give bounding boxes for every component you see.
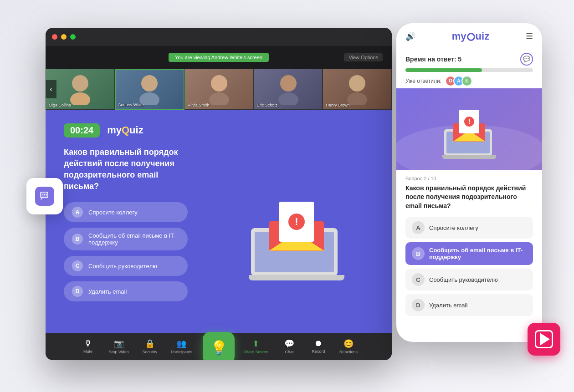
toolbar-security[interactable]: 🔒 Security bbox=[136, 336, 164, 357]
maximize-dot[interactable] bbox=[70, 34, 76, 40]
phone-answer-c-text: Сообщить руководителю bbox=[429, 276, 498, 283]
answer-c-text: Сообщить руководителю bbox=[88, 263, 157, 270]
phone-answer-a-text: Спросите коллегу bbox=[429, 224, 478, 231]
security-icon: 🔒 bbox=[145, 339, 155, 349]
zoom-titlebar bbox=[46, 28, 392, 46]
participant-henry: Henry Brown bbox=[323, 69, 392, 110]
mute-label: Mute bbox=[83, 349, 92, 354]
phone-answer-c[interactable]: C Сообщить руководителю bbox=[405, 269, 533, 290]
play-icon bbox=[540, 333, 550, 346]
hamburger-icon[interactable]: ☰ bbox=[526, 31, 533, 41]
svg-point-12 bbox=[44, 194, 45, 195]
quiz-timer: 00:24 bbox=[64, 123, 100, 137]
record-icon: ⏺ bbox=[314, 339, 323, 348]
participant-name-alivia: Alivia Smith bbox=[188, 103, 209, 107]
participant-name-henry: Henry Brown bbox=[326, 103, 349, 107]
toolbar-share-screen[interactable]: ⬆ Share Screen bbox=[238, 336, 274, 357]
lightbulb-button[interactable]: 💡 bbox=[203, 332, 235, 360]
record-label: Record bbox=[312, 349, 325, 354]
small-email-illustration: ! bbox=[437, 100, 501, 159]
svg-point-2 bbox=[141, 75, 158, 92]
play-icon-border bbox=[535, 330, 553, 348]
answer-c-letter: C bbox=[72, 260, 83, 271]
zoom-window: You are viewing Andrew White's screen Vi… bbox=[46, 28, 392, 360]
toolbar-chat[interactable]: 💬 Chat bbox=[276, 336, 303, 357]
answer-a[interactable]: A Спросите коллегу bbox=[64, 202, 188, 222]
avatar-3: E bbox=[461, 76, 472, 87]
participant-name-olga: Olga Collins bbox=[49, 103, 71, 107]
quiz-brand-zoom: myQuiz bbox=[107, 124, 143, 136]
volume-icon: 🔊 bbox=[405, 31, 415, 41]
phone-timer-text: Время на ответ: 5 bbox=[405, 56, 461, 63]
lightbulb-icon: 💡 bbox=[210, 340, 227, 356]
chat-icon: 💬 bbox=[284, 339, 294, 349]
phone-question-area: Вопрос 2 / 10 Каков правильный порядок д… bbox=[396, 170, 542, 342]
answer-b[interactable]: B Сообщить об email письме в IT-поддержк… bbox=[64, 228, 188, 250]
svg-point-11 bbox=[42, 194, 43, 195]
security-label: Security bbox=[143, 350, 158, 354]
phone-timer-row: Время на ответ: 5 💬 bbox=[396, 48, 542, 68]
toolbar-participants[interactable]: 👥 Participants bbox=[165, 336, 198, 357]
share-screen-icon: ⬆ bbox=[252, 339, 259, 349]
share-screen-label: Share Screen bbox=[243, 350, 268, 354]
toolbar-mute[interactable]: 🎙 Mute bbox=[74, 336, 102, 356]
quiz-illustration: ! bbox=[201, 110, 392, 333]
toolbar-record[interactable]: ⏺ Record bbox=[305, 336, 332, 356]
answered-label: Уже ответили: bbox=[405, 78, 441, 84]
phone-header: 🔊 myuiz ☰ bbox=[396, 23, 542, 48]
toolbar-stop-video[interactable]: 📷 Stop Video bbox=[103, 336, 134, 357]
answer-d-letter: D bbox=[72, 286, 83, 297]
chat-bubble-float[interactable] bbox=[26, 178, 63, 214]
zoom-toolbar: 🎙 Mute 📷 Stop Video 🔒 Security 👥 Partici… bbox=[46, 333, 392, 360]
quiz-left-panel: 00:24 myQuiz Каков правильный порядок де… bbox=[46, 110, 201, 333]
phone-answer-b-letter: B bbox=[412, 247, 425, 260]
video-icon: 📷 bbox=[114, 339, 124, 349]
answer-b-text: Сообщить об email письме в IT-поддержку bbox=[88, 232, 179, 246]
phone-question-text: Каков правильный порядок действий после … bbox=[405, 184, 533, 211]
zoom-screen-share-header: You are viewing Andrew White's screen Vi… bbox=[46, 46, 392, 69]
answer-d-text: Удалить email bbox=[88, 288, 127, 295]
phone-brand: myuiz bbox=[452, 31, 489, 42]
phone-answer-b-text: Сообщить об email письме в IT-поддержку bbox=[429, 247, 527, 260]
answer-b-letter: B bbox=[72, 234, 83, 244]
quiz-top-bar: 00:24 myQuiz bbox=[64, 123, 188, 137]
phone-answer-b[interactable]: B Сообщить об email письме в IT-поддержк… bbox=[405, 242, 533, 265]
reactions-icon: 😊 bbox=[343, 339, 354, 349]
video-play-button[interactable] bbox=[528, 323, 560, 356]
answer-c[interactable]: C Сообщить руководителю bbox=[64, 256, 188, 276]
prev-video-button[interactable]: ‹ bbox=[46, 80, 56, 98]
quiz-question-text: Каков правильный порядок действий после … bbox=[64, 147, 188, 193]
svg-point-7 bbox=[278, 92, 298, 105]
svg-point-0 bbox=[72, 75, 88, 92]
chat-label: Chat bbox=[285, 350, 293, 354]
answer-a-text: Спросите коллегу bbox=[88, 209, 138, 216]
participants-icon: 👥 bbox=[176, 339, 186, 349]
reactions-label: Reactions bbox=[339, 350, 358, 354]
email-illustration: ! bbox=[246, 162, 347, 280]
participant-alivia: Alivia Smith bbox=[184, 69, 254, 110]
stop-video-label: Stop Video bbox=[109, 350, 129, 354]
phone-question-number: Вопрос 2 / 10 bbox=[405, 176, 533, 181]
answered-avatars: O A E bbox=[445, 76, 472, 87]
participant-name-andrew: Andrew White bbox=[118, 102, 144, 107]
svg-point-5 bbox=[209, 92, 229, 105]
answer-d[interactable]: D Удалить email bbox=[64, 281, 188, 301]
participant-name-eric: Eric Scholz bbox=[257, 103, 277, 107]
phone-progress-fill bbox=[405, 68, 482, 72]
quiz-slide: 00:24 myQuiz Каков правильный порядок де… bbox=[46, 110, 392, 333]
svg-point-8 bbox=[349, 75, 365, 92]
phone-illustration: ! bbox=[396, 88, 542, 170]
screen-share-banner: You are viewing Andrew White's screen bbox=[169, 53, 269, 62]
toolbar-reactions[interactable]: 😊 Reactions bbox=[334, 336, 363, 357]
svg-point-1 bbox=[70, 92, 90, 105]
view-options-button[interactable]: View Options bbox=[344, 53, 383, 61]
chat-float-icon bbox=[35, 187, 54, 206]
phone-answer-a[interactable]: A Спросите коллегу bbox=[405, 217, 533, 239]
phone-answer-d-text: Удалить email bbox=[429, 302, 467, 309]
close-dot[interactable] bbox=[52, 34, 57, 40]
phone-answer-c-letter: C bbox=[412, 273, 425, 286]
phone-answer-d[interactable]: D Удалить email bbox=[405, 294, 533, 316]
minimize-dot[interactable] bbox=[61, 34, 67, 40]
video-strip: ‹ Olga Collins Andre bbox=[46, 69, 392, 110]
participant-eric: Eric Scholz bbox=[254, 69, 323, 110]
